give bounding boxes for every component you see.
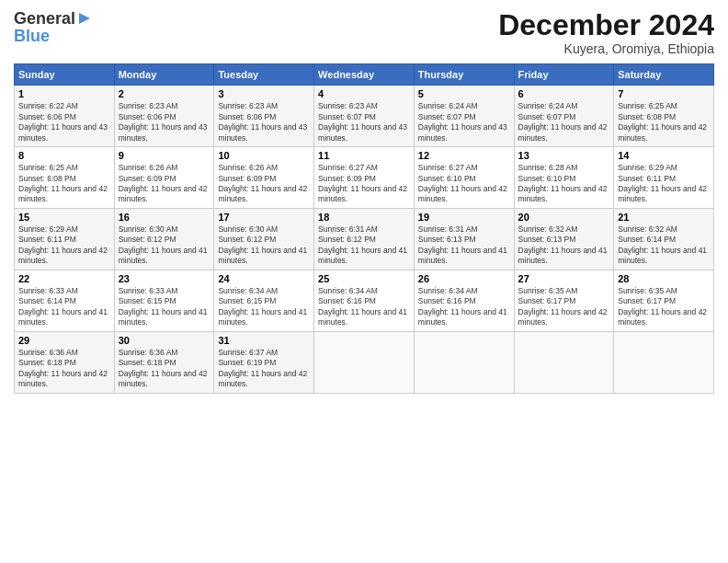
table-row: 23Sunrise: 6:33 AM Sunset: 6:15 PM Dayli… [114,270,214,331]
col-saturday: Saturday [614,64,714,86]
col-thursday: Thursday [414,64,514,86]
day-number: 4 [318,88,410,99]
table-row: 7Sunrise: 6:25 AM Sunset: 6:08 PM Daylig… [614,86,714,147]
day-number: 7 [618,88,710,99]
day-detail: Sunrise: 6:32 AM Sunset: 6:14 PM Dayligh… [618,224,710,267]
day-number: 28 [618,273,710,284]
table-row: 31Sunrise: 6:37 AM Sunset: 6:19 PM Dayli… [214,331,314,393]
calendar-week-row: 22Sunrise: 6:33 AM Sunset: 6:14 PM Dayli… [15,270,714,331]
day-detail: Sunrise: 6:34 AM Sunset: 6:15 PM Dayligh… [218,286,310,328]
day-detail: Sunrise: 6:33 AM Sunset: 6:15 PM Dayligh… [119,286,210,328]
table-row: 12Sunrise: 6:27 AM Sunset: 6:10 PM Dayli… [414,147,514,209]
day-detail: Sunrise: 6:29 AM Sunset: 6:11 PM Dayligh… [18,224,110,267]
day-number: 30 [119,335,210,346]
table-row: 3Sunrise: 6:23 AM Sunset: 6:06 PM Daylig… [214,86,314,147]
col-sunday: Sunday [15,64,115,86]
col-friday: Friday [514,64,614,86]
logo-blue: Blue [14,27,50,46]
table-row: 9Sunrise: 6:26 AM Sunset: 6:09 PM Daylig… [114,147,214,209]
calendar-week-row: 29Sunrise: 6:36 AM Sunset: 6:18 PM Dayli… [15,331,714,393]
table-row: 19Sunrise: 6:31 AM Sunset: 6:13 PM Dayli… [414,208,514,270]
calendar-header-row: Sunday Monday Tuesday Wednesday Thursday… [15,64,714,86]
location-subtitle: Kuyera, Oromiya, Ethiopia [498,41,714,56]
day-detail: Sunrise: 6:23 AM Sunset: 6:07 PM Dayligh… [318,101,410,144]
day-detail: Sunrise: 6:36 AM Sunset: 6:18 PM Dayligh… [119,348,210,390]
day-detail: Sunrise: 6:28 AM Sunset: 6:10 PM Dayligh… [518,163,610,205]
table-row [314,331,415,393]
table-row: 27Sunrise: 6:35 AM Sunset: 6:17 PM Dayli… [514,270,614,331]
day-number: 20 [518,212,610,223]
col-wednesday: Wednesday [314,64,415,86]
logo-arrow-icon [77,11,92,26]
day-number: 14 [618,150,710,161]
table-row: 20Sunrise: 6:32 AM Sunset: 6:13 PM Dayli… [514,208,614,270]
day-number: 12 [418,150,510,161]
day-detail: Sunrise: 6:24 AM Sunset: 6:07 PM Dayligh… [418,101,510,144]
table-row: 10Sunrise: 6:26 AM Sunset: 6:09 PM Dayli… [214,147,314,209]
table-row: 15Sunrise: 6:29 AM Sunset: 6:11 PM Dayli… [15,208,115,270]
day-detail: Sunrise: 6:33 AM Sunset: 6:14 PM Dayligh… [18,286,110,328]
day-number: 24 [218,273,310,284]
table-row: 17Sunrise: 6:30 AM Sunset: 6:12 PM Dayli… [214,208,314,270]
day-detail: Sunrise: 6:31 AM Sunset: 6:12 PM Dayligh… [318,224,410,267]
table-row: 6Sunrise: 6:24 AM Sunset: 6:07 PM Daylig… [514,86,614,147]
day-detail: Sunrise: 6:30 AM Sunset: 6:12 PM Dayligh… [119,224,210,267]
logo-general: General [14,9,75,29]
svg-marker-0 [79,13,90,24]
day-number: 27 [518,273,610,284]
day-detail: Sunrise: 6:27 AM Sunset: 6:09 PM Dayligh… [318,163,410,205]
day-detail: Sunrise: 6:23 AM Sunset: 6:06 PM Dayligh… [218,101,310,144]
table-row: 24Sunrise: 6:34 AM Sunset: 6:15 PM Dayli… [214,270,314,331]
day-number: 9 [119,150,210,161]
day-number: 22 [18,273,110,284]
day-number: 26 [418,273,510,284]
day-number: 17 [218,212,310,223]
day-number: 29 [18,335,110,346]
table-row: 11Sunrise: 6:27 AM Sunset: 6:09 PM Dayli… [314,147,415,209]
day-number: 3 [218,88,310,99]
day-detail: Sunrise: 6:26 AM Sunset: 6:09 PM Dayligh… [218,163,310,205]
table-row: 26Sunrise: 6:34 AM Sunset: 6:16 PM Dayli… [414,270,514,331]
day-number: 10 [218,150,310,161]
table-row [514,331,614,393]
day-detail: Sunrise: 6:24 AM Sunset: 6:07 PM Dayligh… [518,101,610,144]
day-detail: Sunrise: 6:34 AM Sunset: 6:16 PM Dayligh… [318,286,410,328]
table-row: 4Sunrise: 6:23 AM Sunset: 6:07 PM Daylig… [314,86,415,147]
table-row: 5Sunrise: 6:24 AM Sunset: 6:07 PM Daylig… [414,86,514,147]
day-number: 6 [518,88,610,99]
logo: General Blue [14,9,92,46]
day-number: 16 [119,212,210,223]
day-detail: Sunrise: 6:26 AM Sunset: 6:09 PM Dayligh… [119,163,210,205]
calendar-week-row: 1Sunrise: 6:22 AM Sunset: 6:06 PM Daylig… [15,86,714,147]
day-number: 18 [318,212,410,223]
table-row: 21Sunrise: 6:32 AM Sunset: 6:14 PM Dayli… [614,208,714,270]
page: General Blue December 2024 Kuyera, Oromi… [0,0,728,563]
day-detail: Sunrise: 6:25 AM Sunset: 6:08 PM Dayligh… [18,163,110,205]
day-detail: Sunrise: 6:29 AM Sunset: 6:11 PM Dayligh… [618,163,710,205]
day-detail: Sunrise: 6:36 AM Sunset: 6:18 PM Dayligh… [18,348,110,390]
table-row: 30Sunrise: 6:36 AM Sunset: 6:18 PM Dayli… [114,331,214,393]
day-number: 19 [418,212,510,223]
day-detail: Sunrise: 6:30 AM Sunset: 6:12 PM Dayligh… [218,224,310,267]
table-row: 8Sunrise: 6:25 AM Sunset: 6:08 PM Daylig… [15,147,115,209]
day-detail: Sunrise: 6:37 AM Sunset: 6:19 PM Dayligh… [218,348,310,390]
day-number: 31 [218,335,310,346]
day-number: 25 [318,273,410,284]
table-row: 28Sunrise: 6:35 AM Sunset: 6:17 PM Dayli… [614,270,714,331]
day-detail: Sunrise: 6:35 AM Sunset: 6:17 PM Dayligh… [618,286,710,328]
month-title: December 2024 [498,9,714,41]
day-detail: Sunrise: 6:23 AM Sunset: 6:06 PM Dayligh… [119,101,210,144]
table-row [614,331,714,393]
day-detail: Sunrise: 6:27 AM Sunset: 6:10 PM Dayligh… [418,163,510,205]
day-number: 21 [618,212,710,223]
day-number: 13 [518,150,610,161]
day-number: 15 [18,212,110,223]
table-row: 16Sunrise: 6:30 AM Sunset: 6:12 PM Dayli… [114,208,214,270]
table-row: 13Sunrise: 6:28 AM Sunset: 6:10 PM Dayli… [514,147,614,209]
day-detail: Sunrise: 6:22 AM Sunset: 6:06 PM Dayligh… [18,101,110,144]
day-number: 23 [119,273,210,284]
day-detail: Sunrise: 6:32 AM Sunset: 6:13 PM Dayligh… [518,224,610,267]
col-monday: Monday [114,64,214,86]
title-area: December 2024 Kuyera, Oromiya, Ethiopia [498,9,714,56]
header: General Blue December 2024 Kuyera, Oromi… [14,9,714,56]
